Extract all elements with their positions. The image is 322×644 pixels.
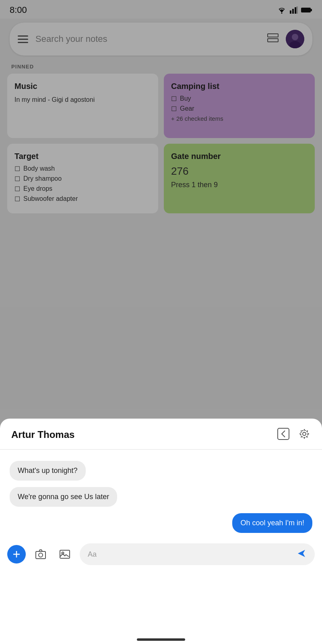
chat-name: Artur Thomas	[11, 429, 74, 440]
svg-point-29	[303, 432, 306, 436]
msg-1: What's up tonight?	[10, 461, 86, 481]
camera-button[interactable]	[31, 545, 50, 564]
back-icon[interactable]	[277, 427, 290, 442]
chat-messages: What's up tonight? We're gonna go see Us…	[0, 450, 322, 539]
chat-panel: Artur Thomas What's up tonight? We're go…	[0, 419, 322, 644]
chat-input-field[interactable]: Aa	[80, 543, 315, 565]
plus-button[interactable]	[7, 545, 26, 564]
msg-3: Oh cool yeah I'm in!	[232, 513, 312, 533]
svg-rect-31	[36, 551, 45, 559]
image-button[interactable]	[56, 545, 74, 564]
chat-input-placeholder[interactable]: Aa	[88, 550, 97, 559]
send-icon[interactable]	[296, 548, 307, 560]
chat-input-row: Aa	[0, 539, 322, 575]
svg-rect-33	[60, 550, 70, 558]
msg-2: We're gonna go see Us later	[10, 487, 117, 507]
chat-header: Artur Thomas	[0, 419, 322, 450]
home-indicator	[137, 638, 185, 641]
svg-rect-28	[278, 428, 289, 440]
svg-point-30	[301, 430, 308, 438]
svg-point-32	[39, 553, 43, 557]
settings-icon[interactable]	[298, 427, 311, 442]
chat-header-icons	[277, 427, 311, 442]
